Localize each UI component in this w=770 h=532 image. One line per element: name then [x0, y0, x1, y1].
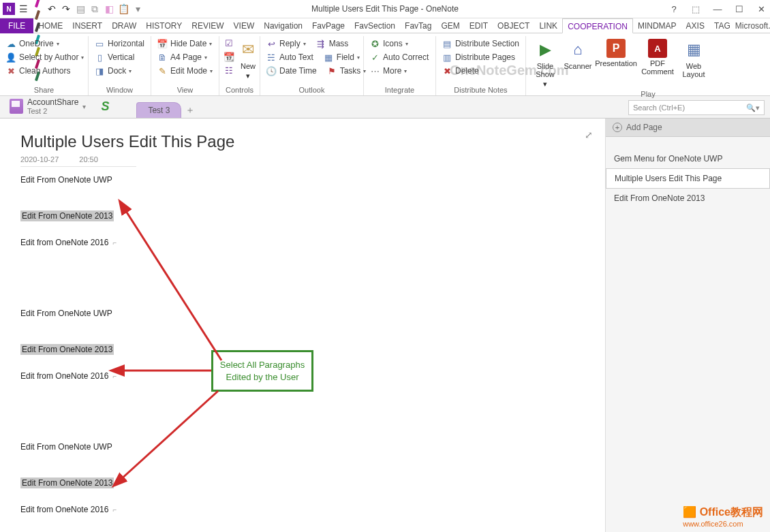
ribbon-group-view: 📅Hide Date▾ 🗎A4 Page▾ ✎Edit Mode▾ View [151, 36, 219, 95]
hide-date-button[interactable]: 📅Hide Date▾ [155, 37, 215, 50]
tab-favtag[interactable]: FavTag [400, 18, 436, 33]
clean-authors-button[interactable]: ✖Clean Authors [4, 65, 84, 77]
onedrive-button[interactable]: ☁OneDrive▾ [4, 37, 84, 50]
scanner-button[interactable]: ⌂Scanner [563, 37, 593, 90]
field-button[interactable]: ▦Field▾ [322, 51, 361, 63]
edit-mode-button[interactable]: ✎Edit Mode▾ [155, 65, 215, 77]
pen-icon[interactable] [31, 21, 44, 33]
autotext-button[interactable]: ☵Auto Text [264, 51, 315, 63]
add-section-button[interactable]: ＋ [183, 103, 198, 118]
tab-link[interactable]: LINK [534, 18, 562, 33]
note-line[interactable]: Edit From OneNote UWP [20, 175, 112, 185]
note-line[interactable]: Edit From OneNote 2013 [20, 478, 114, 488]
note-line[interactable]: Edit From OneNote UWP [20, 442, 112, 452]
slideshow-button[interactable]: ▶Slide Show▾ [530, 37, 560, 90]
page-icon: 🗎 [157, 52, 168, 63]
reply-icon: ↩ [266, 38, 277, 49]
tab-view[interactable]: VIEW [229, 18, 260, 33]
paragraph-mark-icon: ⌐ [112, 506, 117, 514]
new-button[interactable]: ✉ New▾ [236, 37, 260, 82]
page-canvas[interactable]: ⤢ Multiple Users Edit This Page 2020-10-… [0, 119, 605, 532]
tab-mindmap[interactable]: MINDMAP [633, 18, 681, 33]
page-title[interactable]: Multiple Users Edit This Page [20, 132, 585, 151]
tab-gem[interactable]: GEM [436, 18, 464, 33]
expand-icon[interactable]: ⤢ [585, 129, 593, 140]
horizontal-button[interactable]: ▭Horizontal [93, 37, 147, 50]
eraser-icon[interactable]: ◧ [103, 3, 115, 15]
add-page-button[interactable]: + Add Page [606, 119, 770, 137]
page-list-item[interactable]: Multiple Users Edit This Page [606, 168, 770, 189]
tab-tag[interactable]: TAG [709, 18, 735, 33]
powerpoint-icon: P [606, 39, 626, 58]
icons-button[interactable]: ✪Icons▾ [368, 37, 431, 50]
presentation-button[interactable]: PPresentation [596, 37, 636, 90]
paragraph-mark-icon: ⌐ [112, 239, 117, 247]
list-icon[interactable]: ☷ [224, 65, 234, 76]
checkbox-icon[interactable]: ☑ [224, 37, 234, 48]
pdf-comment-button[interactable]: APDF Comment [639, 37, 676, 90]
tasks-button[interactable]: ⚑Tasks▾ [325, 65, 368, 77]
page-meta: 2020-10-2720:50 [20, 155, 136, 167]
delete-button[interactable]: ✖Delete [440, 65, 521, 77]
redo-icon[interactable]: ↷ [60, 3, 72, 15]
help-icon[interactable]: ? [666, 4, 681, 14]
ribbon-group-outlook: ↩Reply▾ ⇶Mass ☵Auto Text ▦Field▾ 🕓Date T… [260, 36, 364, 95]
ribbon-group-share: ☁OneDrive▾ 👤Select by Author▾ ✖Clean Aut… [0, 36, 89, 95]
search-input[interactable]: Search (Ctrl+E) 🔍▾ [628, 100, 765, 115]
touch-mode-icon[interactable]: ☰ [17, 3, 29, 15]
note-line[interactable]: Edit from OneNote 2016 [20, 371, 108, 381]
note-line[interactable]: Edit from OneNote 2016 [20, 505, 108, 514]
tab-navigation[interactable]: Navigation [259, 18, 307, 33]
ribbon-group-integrate: ✪Icons▾ ✓Auto Correct ⋯More▾ Integrate [364, 36, 436, 95]
tab-axis[interactable]: AXIS [681, 18, 709, 33]
note-line[interactable]: Edit from OneNote 2016 [20, 238, 108, 247]
distribute-section-button[interactable]: ▤Distribute Section [440, 37, 521, 50]
a4-page-button[interactable]: 🗎A4 Page▾ [155, 51, 215, 63]
copy-icon[interactable]: ⧉ [89, 3, 101, 15]
tab-edit[interactable]: EDIT [465, 18, 493, 33]
qat-dropdown-icon[interactable]: ▾ [132, 3, 144, 15]
autocorrect-icon: ✓ [369, 52, 380, 63]
select-by-author-button[interactable]: 👤Select by Author▾ [4, 51, 84, 63]
notebook-icon [10, 99, 23, 114]
sync-icon[interactable]: S [101, 99, 109, 114]
pen-icon[interactable] [31, 0, 44, 9]
tab-object[interactable]: OBJECT [493, 18, 534, 33]
section-tab[interactable]: Test 3 [136, 102, 181, 118]
distribute-pages-button[interactable]: ▥Distribute Pages [440, 51, 521, 63]
tasks-icon: ⚑ [326, 65, 337, 76]
tab-favsection[interactable]: FavSection [350, 18, 400, 33]
weblayout-button[interactable]: ▦Web Layout [679, 37, 709, 90]
tab-history[interactable]: HISTORY [141, 18, 187, 33]
play-icon: ▶ [534, 39, 556, 61]
tab-favpage[interactable]: FavPage [307, 18, 350, 33]
minimize-icon[interactable]: — [710, 4, 725, 14]
tab-cooperation[interactable]: COOPERATION [562, 18, 633, 33]
paste-icon[interactable]: 📋 [117, 3, 129, 15]
account-area[interactable]: Microsoft...▾ 👤 [735, 19, 770, 33]
close-icon[interactable]: ✕ [754, 4, 769, 14]
dock-button[interactable]: ◨Dock▾ [93, 65, 147, 77]
more-button[interactable]: ⋯More▾ [368, 65, 431, 77]
note-line[interactable]: Edit From OneNote 2013 [20, 344, 114, 355]
date-icon[interactable]: 📆 [224, 51, 234, 62]
page-icon[interactable]: ▤ [74, 3, 87, 15]
pen-icon[interactable] [31, 9, 44, 21]
notebook-selector[interactable]: AccountShare Test 2 ▾ [4, 95, 91, 118]
note-line[interactable]: Edit From OneNote UWP [20, 309, 112, 318]
mass-button[interactable]: ⇶Mass [314, 37, 350, 50]
note-line[interactable]: Edit From OneNote 2013 [20, 210, 114, 221]
datetime-button[interactable]: 🕓Date Time [264, 65, 318, 77]
ribbon-display-icon[interactable]: ⬚ [688, 4, 703, 14]
maximize-icon[interactable]: ☐ [732, 4, 747, 14]
reply-button[interactable]: ↩Reply▾ [264, 37, 307, 50]
page-list-item[interactable]: Edit From OneNote 2013 [606, 189, 770, 208]
autocorrect-button[interactable]: ✓Auto Correct [368, 51, 431, 63]
tab-review[interactable]: REVIEW [187, 18, 228, 33]
delete-icon: ✖ [442, 65, 452, 76]
onenote-icon[interactable]: N [3, 3, 15, 15]
page-list-item[interactable]: Gem Menu for OneNote UWP [606, 149, 770, 168]
undo-icon[interactable]: ↶ [46, 3, 58, 15]
pages-icon: ▥ [442, 52, 452, 63]
vertical-button[interactable]: ▯Vertical [93, 51, 147, 63]
